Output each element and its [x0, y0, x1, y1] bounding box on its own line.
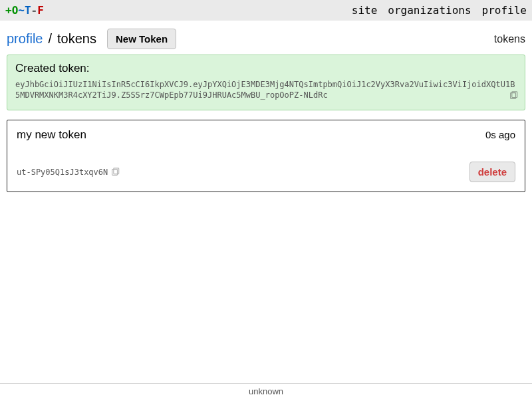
breadcrumb-sep: / [48, 31, 52, 47]
token-id: ut-SPy05Q1sJ3txqv6N [17, 167, 108, 178]
created-token-value: eyJhbGciOiJIUzI1NiIsInR5cCI6IkpXVCJ9.eyJ… [15, 79, 517, 100]
new-token-button[interactable]: New Token [107, 29, 176, 49]
copy-icon[interactable] [110, 168, 120, 177]
token-name: my new token [17, 128, 86, 142]
delete-button[interactable]: delete [469, 162, 515, 182]
nav-site[interactable]: site [352, 4, 378, 17]
top-nav: site organizations profile [352, 4, 527, 17]
page-tag: tokens [494, 33, 525, 45]
breadcrumb: profile / tokens New Token [7, 29, 176, 49]
app-logo: +O~T-F [5, 4, 44, 17]
breadcrumb-current: tokens [57, 31, 96, 47]
token-time: 0s ago [485, 129, 515, 140]
token-card: my new token 0s ago ut-SPy05Q1sJ3txqv6N … [7, 120, 525, 192]
nav-organizations[interactable]: organizations [388, 4, 471, 17]
footer-text: unknown [0, 383, 532, 399]
copy-icon[interactable] [509, 91, 518, 100]
created-token-alert: Created token: eyJhbGciOiJIUzI1NiIsInR5c… [7, 55, 525, 110]
nav-profile[interactable]: profile [482, 4, 527, 17]
alert-title: Created token: [15, 62, 517, 75]
breadcrumb-profile-link[interactable]: profile [7, 31, 43, 47]
